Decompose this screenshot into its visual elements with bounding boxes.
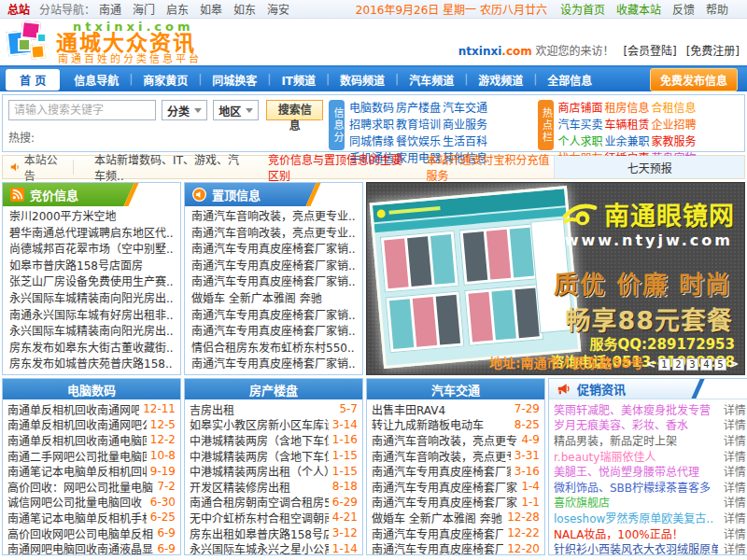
hot-link[interactable]: 业余兼职 [605,133,652,150]
hot-link[interactable]: 企业招聘 [652,117,698,133]
listing-title[interactable]: 转让九成新踏板电动车 [372,416,511,432]
listing-title[interactable]: 做婚车 全新广本雅阁 奔驰 [372,510,503,525]
promo-detail-link[interactable]: 详情 [718,463,746,479]
column-header[interactable]: 房产楼盘 [185,379,362,399]
category-link[interactable]: 招聘求职 [349,117,396,133]
announcement-item[interactable]: 本站开通支付宝积分充值服务 [426,151,554,183]
bidding-item[interactable]: 房东发布如皋东大街古董收藏街.. [9,341,174,357]
category-link[interactable]: 房产楼盘 [396,100,443,117]
category-link[interactable]: 生活百科 [443,133,489,150]
ad-page-number[interactable]: 3 [686,358,698,371]
listing-title[interactable]: 南通汽车音响改装，亮点更专业.. [372,432,517,448]
listing-title[interactable]: 南通二手网吧公司批量电脑回收.. [7,448,147,464]
bidding-item[interactable]: 如皋市普庆路158号店面房 [9,259,174,275]
ad-page-number[interactable]: 1 [658,358,670,371]
branch-city-link[interactable]: 南通 [99,1,121,17]
promo-detail-link[interactable]: 详情 [718,540,746,556]
pinned-item[interactable]: 南通汽车专用真皮座椅套厂家销.. [191,274,356,291]
ad-page-number[interactable]: 2 [672,358,684,371]
listing-title[interactable]: 出售丰田RAV4 [372,401,511,417]
register-link[interactable]: [免费注册] [686,45,740,58]
hot-link[interactable]: 合租信息 [652,100,698,117]
promo-detail-link[interactable]: 详情 [718,401,746,417]
ad-page-number[interactable]: 4 [700,358,712,371]
pinned-item[interactable]: 情侣合租房东发布虹桥东村550.. [191,341,356,357]
promo-title-link[interactable]: 笑雨轩减肥、美体瘦身批发专营 [554,401,718,417]
listing-title[interactable]: 南通合租房朝南空调合租房500.. [190,494,329,510]
bidding-item[interactable]: 南通永兴国际车城有好房出租非.. [9,308,174,325]
bidding-item[interactable]: 崇川2000平方米空地 [9,209,174,226]
listing-title[interactable]: 中港城精装两房出租（个人） [190,463,329,479]
listing-title[interactable]: 南通汽车专用真皮座椅套厂家销.. [372,479,517,495]
promo-title-link[interactable]: 针织衫小西装风衣大衣羽绒服原单.. [554,540,718,556]
category-link[interactable]: 餐饮娱乐 [396,133,443,150]
nav-item[interactable]: 游戏频道 [468,72,533,88]
branch-city-link[interactable]: 如东 [233,1,256,17]
branch-city-link[interactable]: 海门 [133,1,155,17]
nav-home-tab[interactable]: 首 页 [6,69,60,91]
listing-title[interactable]: 南通汽车专用真皮座椅套厂家销.. [372,525,503,541]
listing-title[interactable]: 高价回收：网吧公司批量电脑 [7,479,153,495]
listing-title[interactable]: 无中介虹桥东村合租空调朝南55.. [190,510,329,525]
promo-title-link[interactable]: 岁月无痕美容、彩妆、香水 [554,416,718,432]
promo-detail-link[interactable]: 详情 [718,525,746,541]
branch-city-link[interactable]: 海安 [267,1,289,17]
announcement-item[interactable]: 本站新增数码、IT、游戏、汽车频.. [94,151,247,183]
category-link[interactable]: 电脑数码 [349,100,396,117]
promo-title-link[interactable]: 精品男装，新品定时上架 [554,432,718,448]
ad-prev-arrow[interactable]: < [645,357,656,371]
login-link[interactable]: [会员登陆] [623,45,676,58]
pinned-item[interactable]: 南通汽车专用真皮座椅套厂家销.. [191,308,356,325]
promo-title-link[interactable]: 美腿王、悦尚塑身腰带总代理 [554,463,718,479]
bidding-item[interactable]: 尚德城邦百花翠市场（空中别墅.. [9,242,174,259]
category-link[interactable]: 商业服务 [443,117,489,133]
promo-title-link[interactable]: 微利饰品、SBB柠檬绿茶喜客多 [554,479,718,495]
listing-title[interactable]: 中港城精装两房（含地下车位）.. [190,432,329,448]
listing-title[interactable]: 高价回收网吧公司电脑单反相机.. [7,525,153,541]
bidding-item[interactable]: 永兴国际车城精装南向阳光房出.. [9,291,174,308]
bidding-item[interactable]: 房东发布如城普庆苑普庆路158.. [9,357,174,373]
promo-detail-link[interactable]: 详情 [718,510,746,525]
listing-title[interactable]: 南通网吧电脑回收南通液晶显示.. [7,540,153,556]
listing-title[interactable]: 南通单反相机回收南通网吧公司.. [7,401,139,417]
nav-item[interactable]: 商家黄页 [133,72,198,88]
listing-title[interactable]: 诚信网吧公司批量电脑回收 [7,494,147,510]
listing-title[interactable]: 永兴国际车城永兴之星小公寓出.. [190,540,329,556]
search-button[interactable]: 搜索信息 [266,100,323,120]
column-header[interactable]: 电脑数码 [3,379,180,399]
hot-link[interactable]: 商店铺面 [558,100,605,117]
topbar-link[interactable]: 收藏本站 [616,1,661,17]
branch-city-link[interactable]: 启东 [166,1,189,17]
eyewear-ad-banner[interactable]: 南通眼镜网 www.ntyjw.com 质优 价廉 时尚 畅享88元套餐 服务Q… [366,182,745,375]
listing-title[interactable]: 南通单反相机回收南通电脑回收.. [7,432,147,448]
info-category-tab[interactable]: 信息分类 [329,100,345,150]
main-site-link[interactable]: 总站 [7,1,30,17]
pinned-item[interactable]: 南通汽车专用真皮座椅套厂家销.. [191,242,356,259]
topbar-link[interactable]: 反馈 [672,1,695,17]
publish-info-button[interactable]: 免费发布信息 [650,68,738,91]
listing-title[interactable]: 吉房出租 [190,401,335,417]
listing-title[interactable]: 南通汽车音响改装，亮点更专业.. [372,448,511,464]
hot-link[interactable]: 家教服务 [652,133,698,150]
hot-link[interactable]: 车辆租赁 [605,117,652,133]
ad-page-number[interactable]: 5 [714,358,726,371]
topbar-link[interactable]: 设为首页 [560,1,605,17]
listing-title[interactable]: 南通汽车专用真皮座椅套厂家销.. [372,494,517,510]
listing-title[interactable]: 南通汽车专用真皮座椅套厂家销.. [372,540,503,556]
promo-detail-link[interactable]: 详情 [718,479,746,495]
pinned-item[interactable]: 南通汽车音响改装，亮点更专业.. [191,209,356,226]
category-link[interactable]: 汽车交通 [443,100,489,117]
category-select[interactable]: 分类 [162,100,207,120]
nav-item[interactable]: 信息导航 [63,72,129,88]
bidding-item[interactable]: 张芝山厂房设备免费使用生产赛.. [9,274,174,291]
nav-item[interactable]: 数码频道 [330,72,395,88]
site-title-block[interactable]: ntxinxi.com 通城大众资讯 南通百姓的分类信息平台 [56,21,202,64]
nav-item[interactable]: 同城换客 [202,72,267,88]
region-select[interactable]: 地区 [213,100,259,120]
hot-link[interactable]: 租房信息 [605,100,652,117]
pinned-item[interactable]: 南通汽车专用真皮座椅套厂家销.. [191,259,356,275]
topbar-link[interactable]: 帮助 [706,1,728,17]
promo-detail-link[interactable]: 详情 [718,494,746,510]
hot-link[interactable]: 汽车买卖 [558,117,605,133]
listing-title[interactable]: 南通单反相机回收南通网吧公司.. [7,416,147,432]
